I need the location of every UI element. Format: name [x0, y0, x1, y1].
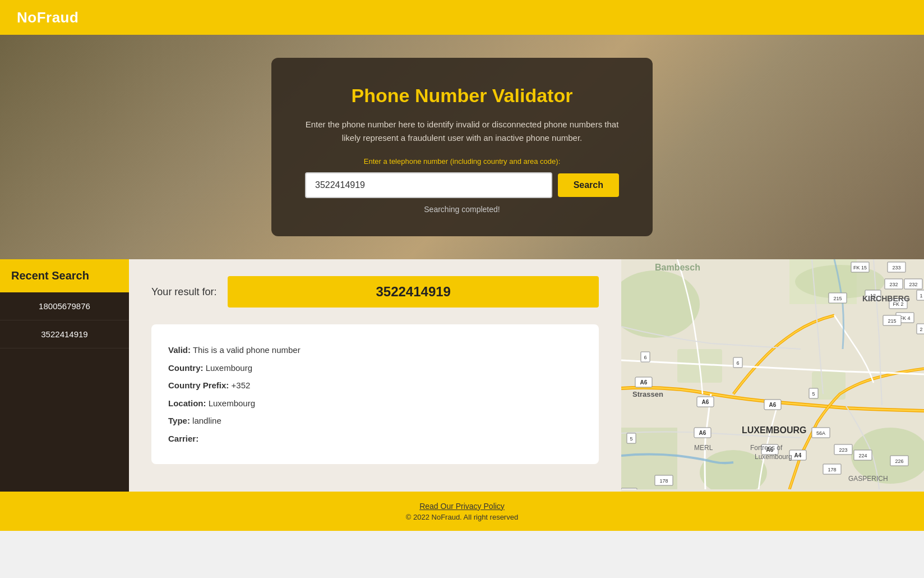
app-header: NoFraud — [0, 0, 924, 35]
svg-text:A6: A6 — [699, 430, 706, 436]
sidebar-item-1[interactable]: 18005679876 — [0, 292, 129, 320]
svg-text:5: 5 — [630, 436, 632, 442]
result-details: Valid: This is a valid phone number Coun… — [151, 324, 599, 464]
privacy-link[interactable]: Read Our Privacy Policy — [419, 502, 505, 511]
svg-text:232: 232 — [889, 282, 898, 287]
svg-text:A6: A6 — [640, 379, 648, 386]
svg-text:178: 178 — [828, 467, 836, 473]
svg-text:2: 2 — [920, 327, 922, 332]
validator-card: Phone Number Validator Enter the phone n… — [271, 58, 653, 236]
svg-text:224: 224 — [858, 453, 867, 458]
hero-subtitle: Enter the phone number here to identify … — [305, 118, 619, 145]
results-panel: Your result for: 3522414919 Valid: This … — [129, 259, 621, 492]
svg-text:KIRCHBERG: KIRCHBERG — [862, 294, 910, 303]
app-logo: NoFraud — [17, 9, 78, 26]
svg-text:6: 6 — [644, 355, 646, 360]
svg-text:5: 5 — [812, 391, 815, 397]
svg-text:233: 233 — [892, 265, 900, 270]
svg-text:FK 15: FK 15 — [853, 265, 867, 270]
svg-text:Luxembourg: Luxembourg — [755, 453, 792, 461]
svg-rect-21 — [621, 488, 637, 489]
svg-text:215: 215 — [833, 296, 842, 301]
sidebar: Recent Search 18005679876 3522414919 — [0, 259, 129, 492]
phone-input[interactable] — [305, 172, 552, 198]
result-location: Location: Luxembourg — [168, 394, 582, 412]
svg-text:223: 223 — [839, 447, 847, 453]
main-content: Recent Search 18005679876 3522414919 You… — [0, 259, 924, 492]
svg-text:56A: 56A — [816, 430, 825, 436]
input-label: Enter a telephone number (including coun… — [305, 157, 619, 166]
search-row: Search — [305, 172, 619, 198]
copyright: © 2022 NoFraud. All right reserved — [406, 513, 518, 521]
svg-text:A6: A6 — [769, 402, 777, 408]
svg-text:Strassen: Strassen — [632, 390, 663, 398]
footer: Read Our Privacy Policy © 2022 NoFraud. … — [0, 492, 924, 531]
svg-text:MERL: MERL — [694, 444, 713, 452]
svg-text:6: 6 — [736, 360, 739, 366]
result-type: Type: landline — [168, 412, 582, 430]
hero-title: Phone Number Validator — [305, 85, 619, 107]
search-status: Searching completed! — [305, 205, 619, 214]
result-header: Your result for: 3522414919 — [151, 276, 599, 308]
result-carrier: Carrier: — [168, 430, 582, 448]
svg-text:Bambesch: Bambesch — [655, 263, 700, 272]
svg-text:215: 215 — [888, 318, 896, 324]
map-svg: A6 A6 A6 A6 A6 A4 81 181 233 FK 15 — [621, 259, 924, 489]
svg-text:232: 232 — [909, 282, 917, 287]
result-country: Country: Luxembourg — [168, 359, 582, 377]
svg-text:LUXEMBOURG: LUXEMBOURG — [742, 425, 807, 435]
sidebar-item-2[interactable]: 3522414919 — [0, 320, 129, 348]
sidebar-header: Recent Search — [0, 259, 129, 292]
result-prefix: Country Prefix: +352 — [168, 377, 582, 394]
hero-section: Phone Number Validator Enter the phone n… — [0, 35, 924, 259]
svg-text:226: 226 — [895, 458, 903, 464]
svg-text:GASPERICH: GASPERICH — [848, 475, 888, 483]
map-panel: A6 A6 A6 A6 A6 A4 81 181 233 FK 15 — [621, 259, 924, 492]
svg-text:A4: A4 — [794, 452, 802, 458]
svg-text:A6: A6 — [702, 399, 709, 405]
svg-text:1: 1 — [920, 293, 922, 299]
search-button[interactable]: Search — [558, 173, 619, 197]
result-number: 3522414919 — [228, 276, 599, 308]
svg-text:178: 178 — [659, 478, 668, 484]
svg-text:Fortress of: Fortress of — [750, 444, 783, 452]
result-valid: Valid: This is a valid phone number — [168, 341, 582, 359]
result-label: Your result for: — [151, 286, 216, 298]
